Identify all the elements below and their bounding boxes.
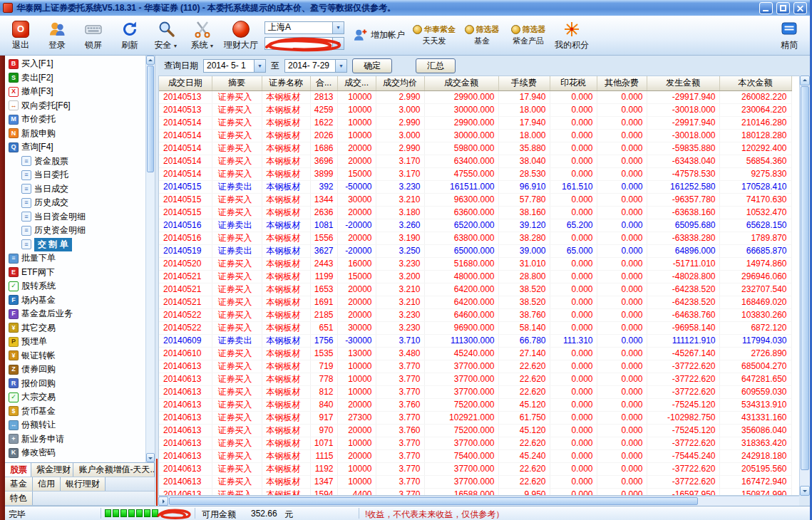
sidebar-item[interactable]: M市价委托: [5, 113, 145, 127]
sidebar-item[interactable]: K修改密码: [5, 446, 145, 460]
sidebar-item[interactable]: F场内基金: [5, 293, 145, 308]
dropdown-arrow-icon[interactable]: [254, 60, 265, 72]
from-date-picker[interactable]: 2014- 5- 1: [203, 59, 266, 73]
column-header[interactable]: 手续费: [498, 76, 550, 90]
scroll-down-arrow[interactable]: [146, 453, 155, 462]
sidebar-tab[interactable]: 信用: [33, 477, 61, 491]
table-row[interactable]: 20140515证券买入本钢板材1344300003.21096300.0005…: [159, 193, 791, 206]
table-row[interactable]: 20140514证券买入本钢板材3899150003.17047550.0002…: [159, 167, 791, 180]
table-row[interactable]: 20140522证券买入本钢板材2185200003.23064600.0003…: [159, 308, 791, 321]
table-row[interactable]: 20140613证券买入本钢板材778100003.77037700.00022…: [159, 373, 791, 385]
table-row[interactable]: 20140522证券买入本钢板材651300003.23096900.00058…: [159, 321, 791, 334]
market-select[interactable]: 上海A: [264, 21, 344, 34]
column-header[interactable]: 成交均价: [376, 76, 424, 90]
refresh-button[interactable]: 刷新: [115, 20, 145, 51]
sidebar-item[interactable]: +新业务申请: [5, 432, 145, 447]
security-button[interactable]: 安全: [151, 20, 181, 51]
table-row[interactable]: 20140515证券卖出本钢板材392-500003.230161511.000…: [159, 180, 791, 193]
table-row[interactable]: 20140613证券买入本钢板材812100003.77037700.00022…: [159, 385, 791, 398]
column-header[interactable]: 成交...: [337, 76, 376, 90]
minimize-button[interactable]: [759, 2, 773, 14]
table-row[interactable]: 20140613证券买入本钢板材719100003.77037700.00022…: [159, 360, 791, 373]
sidebar-item[interactable]: F基金盘后业务: [5, 307, 145, 321]
login-button[interactable]: 登录: [42, 20, 72, 51]
sidebar-item[interactable]: $货币基金: [5, 405, 145, 419]
sidebar-item[interactable]: B买入[F1]: [5, 57, 145, 71]
table-row[interactable]: 20140516证券卖出本钢板材1081-200003.26065200.000…: [159, 219, 791, 232]
close-button[interactable]: [793, 2, 807, 14]
column-header[interactable]: 本次金额: [719, 76, 791, 90]
scrollbar-thumb[interactable]: [147, 66, 154, 172]
wealth-hall-button[interactable]: 理财大厅: [224, 20, 258, 51]
sidebar-item[interactable]: S卖出[F2]: [5, 71, 145, 85]
column-header[interactable]: 成交金额: [424, 76, 498, 90]
table-vertical-scrollbar[interactable]: [799, 76, 810, 496]
column-header[interactable]: 印花税: [550, 76, 597, 90]
scrollbar-thumb[interactable]: [801, 86, 809, 470]
table-row[interactable]: 20140513证券买入本钢板材2813100002.99029900.0001…: [159, 90, 791, 103]
table-horizontal-scrollbar[interactable]: [158, 496, 799, 506]
zijin-product-filter-promo[interactable]: 筛选器 紫金产品: [508, 24, 548, 46]
table-row[interactable]: 20140613证券买入本钢板材1115200003.77075400.0004…: [159, 449, 791, 462]
scroll-down-arrow[interactable]: [800, 486, 810, 496]
table-row[interactable]: 20140514证券买入本钢板材1686200002.99059800.0003…: [159, 142, 791, 155]
sidebar-item[interactable]: ≡当日资金明细: [5, 210, 145, 224]
sidebar-item[interactable]: Z债券回购: [5, 363, 145, 377]
column-header[interactable]: 发生金额: [647, 76, 719, 90]
table-row[interactable]: 20140521证券买入本钢板材1691200003.21064200.0003…: [159, 296, 791, 308]
huatai-zijin-promo[interactable]: 华泰紫金 天天发: [413, 24, 456, 46]
table-row[interactable]: 20140513证券买入本钢板材4259100003.00030000.0001…: [159, 103, 791, 116]
sidebar-tab[interactable]: 紫金理财: [31, 463, 73, 477]
column-header[interactable]: 合...: [310, 76, 337, 90]
column-header[interactable]: 成交日期: [159, 76, 212, 90]
sidebar-item[interactable]: ✓股转系统: [5, 279, 145, 293]
add-account-button[interactable]: 增加帐户: [351, 28, 406, 43]
table-row[interactable]: 20140516证券买入本钢板材1556200003.19063800.0003…: [159, 232, 791, 244]
table-row[interactable]: 20140613证券买入本钢板材970200003.76075200.00045…: [159, 424, 791, 437]
sidebar-item[interactable]: ↔双向委托[F6]: [5, 99, 145, 113]
table-row[interactable]: 20140521证券买入本钢板材1653200003.21064200.0003…: [159, 283, 791, 296]
table-row[interactable]: 20140520证券买入本钢板材2443160003.23051680.0003…: [159, 257, 791, 270]
sidebar-tab[interactable]: 股票: [5, 463, 31, 477]
table-row[interactable]: 20140519证券卖出本钢板材3627-200003.25065000.000…: [159, 244, 791, 257]
table-row[interactable]: 20140514证券买入本钢板材2026100003.00030000.0001…: [159, 129, 791, 142]
scroll-right-arrow[interactable]: [158, 496, 168, 506]
dropdown-arrow-icon[interactable]: [332, 22, 344, 33]
sidebar-item[interactable]: EETF网下: [5, 266, 145, 280]
compact-mode-button[interactable]: 精简: [774, 20, 804, 51]
column-header[interactable]: 证券名称: [262, 76, 310, 90]
sidebar-item[interactable]: X撤单[F3]: [5, 85, 145, 99]
table-row[interactable]: 20140610证券买入本钢板材1535130003.48045240.0002…: [159, 347, 791, 360]
sidebar-item[interactable]: N新股申购: [5, 127, 145, 141]
account-select[interactable]: [264, 37, 344, 50]
sidebar-item[interactable]: P预埋单: [5, 335, 145, 349]
table-row[interactable]: 20140515证券买入本钢板材2636200003.18063600.0003…: [159, 206, 791, 219]
sidebar-item[interactable]: ¥其它交易: [5, 321, 145, 336]
sidebar-item[interactable]: ↔份额转让: [5, 418, 145, 432]
summary-button[interactable]: 汇总: [416, 58, 456, 73]
sidebar-item[interactable]: ≡批量下单: [5, 251, 145, 266]
lock-screen-button[interactable]: 锁屏: [78, 20, 108, 51]
system-button[interactable]: 系统: [187, 20, 217, 51]
sidebar-item[interactable]: ≡当日委托: [5, 168, 145, 182]
sidebar-item[interactable]: R报价回购: [5, 377, 145, 391]
my-points-button[interactable]: 我的积分: [555, 20, 589, 51]
sidebar-item[interactable]: ≡历史资金明细: [5, 224, 145, 238]
fund-filter-promo[interactable]: 筛选器 基金: [462, 24, 502, 46]
column-header[interactable]: 摘要: [212, 76, 262, 90]
sidebar-item[interactable]: ✓大宗交易: [5, 390, 145, 405]
confirm-button[interactable]: 确定: [352, 58, 392, 73]
sidebar-tab[interactable]: 基金: [5, 477, 33, 491]
chevron-down-icon[interactable]: [210, 40, 215, 50]
dropdown-arrow-icon[interactable]: [335, 60, 346, 72]
table-row[interactable]: 20140514证券买入本钢板材1622100002.99029900.0001…: [159, 116, 791, 129]
sidebar-item[interactable]: Q查询[F4]: [5, 140, 145, 155]
dropdown-arrow-icon[interactable]: [332, 38, 344, 49]
restore-button[interactable]: [776, 2, 790, 14]
table-row[interactable]: 20140521证券买入本钢板材1199150003.20048000.0002…: [159, 270, 791, 283]
table-row[interactable]: 20140613证券买入本钢板材159444003.77016588.0009.…: [159, 488, 791, 496]
sidebar-item[interactable]: ≡资金股票: [5, 155, 145, 169]
table-row[interactable]: 20140613证券买入本钢板材1071100003.77037700.0002…: [159, 437, 791, 449]
sidebar-tab[interactable]: 特色: [5, 492, 33, 505]
scrollbar-thumb[interactable]: [169, 497, 698, 505]
